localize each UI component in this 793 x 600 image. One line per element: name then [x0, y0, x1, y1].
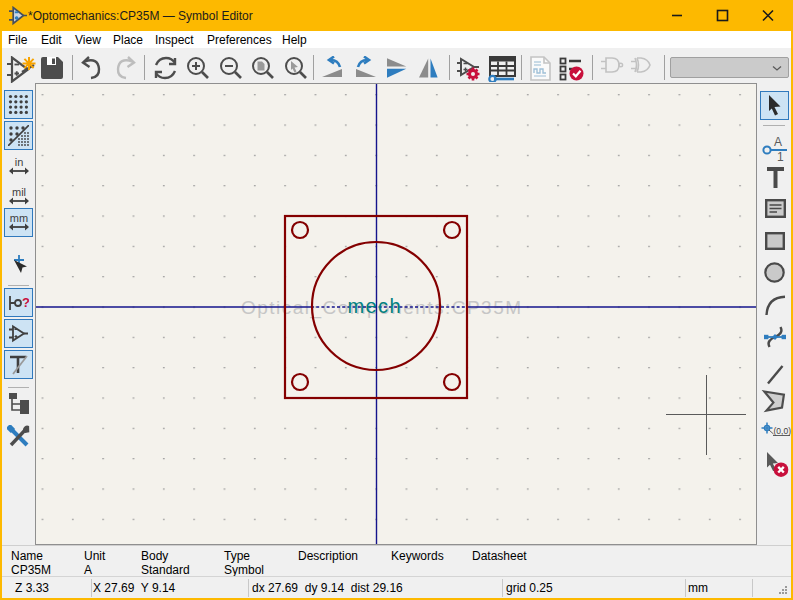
svg-text:1: 1 [777, 150, 784, 162]
svg-text:in: in [15, 156, 24, 168]
svg-text:mm: mm [10, 212, 28, 224]
svg-text:mil: mil [12, 186, 26, 198]
svg-text:(0,0): (0,0) [774, 426, 792, 436]
svg-text:?: ? [22, 295, 29, 310]
svg-text:mech: mech [348, 295, 401, 317]
svg-text:A: A [774, 135, 782, 149]
